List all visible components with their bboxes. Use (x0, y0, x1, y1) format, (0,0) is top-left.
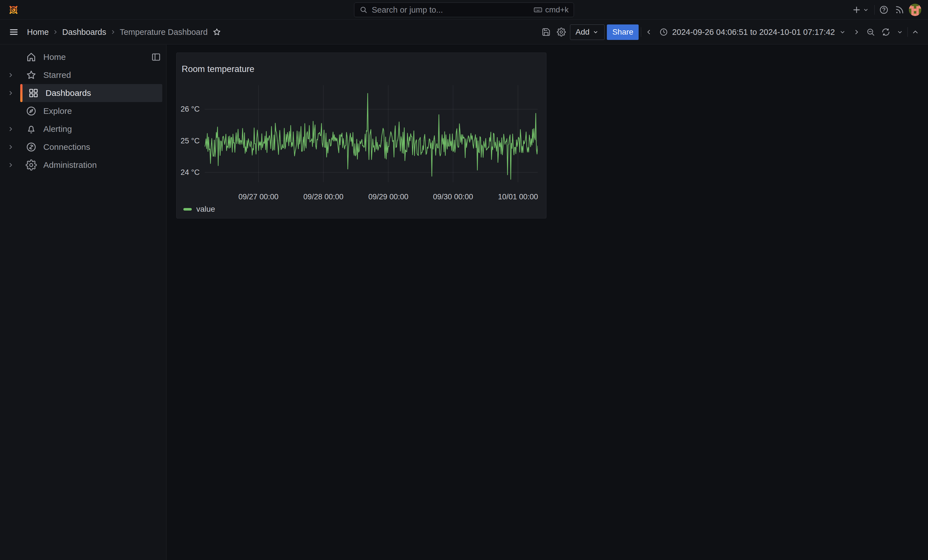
sidebar-item-label: Connections (43, 142, 90, 152)
favorite-dashboard-button[interactable] (211, 26, 223, 38)
new-menu-button[interactable] (850, 3, 872, 16)
x-tick-label: 09/28 00:00 (304, 192, 343, 201)
sidebar-item-label: Explore (43, 106, 72, 116)
gear-icon (557, 27, 566, 37)
help-button[interactable] (878, 3, 890, 16)
grafana-app: { "app": {"name": "Grafana"}, "topbar": … (0, 0, 928, 560)
clock-icon (659, 27, 668, 37)
sidebar-item-alerting[interactable]: Alerting (0, 120, 166, 138)
star-icon (25, 69, 37, 81)
topbar-divider (874, 5, 875, 15)
chevron-down-icon (896, 28, 904, 36)
share-button-label: Share (612, 27, 633, 37)
sidebar-item-connections-target[interactable]: Connections (20, 138, 162, 156)
chevron-down-icon (839, 28, 846, 36)
expand-administration-button[interactable] (5, 156, 16, 174)
sidebar-item-alerting-target[interactable]: Alerting (20, 120, 162, 138)
breadcrumb-current: Temperature Dashboard (120, 27, 208, 37)
chevron-up-icon (911, 28, 920, 36)
panel-title[interactable]: Room temperature (182, 64, 254, 74)
dashboard-settings-button[interactable] (555, 26, 568, 38)
breadcrumb: Home Dashboards Temperature Dashboard (27, 27, 208, 37)
sidebar-item-dashboards[interactable]: Dashboards (0, 84, 166, 102)
breadcrumb-separator-icon (110, 29, 116, 35)
sidebar-item-administration[interactable]: Administration (0, 156, 166, 174)
chevron-down-icon (862, 6, 869, 13)
sidebar-item-explore-target[interactable]: Explore (20, 102, 162, 120)
zoom-out-icon (866, 27, 875, 37)
timeseries-chart (205, 85, 538, 182)
news-button[interactable] (893, 3, 906, 16)
breadcrumb-dashboards[interactable]: Dashboards (62, 27, 106, 37)
sidebar-item-home[interactable]: Home (0, 48, 166, 66)
chevron-right-icon (7, 89, 14, 97)
legend-item-value[interactable]: value (183, 204, 215, 214)
help-icon (879, 5, 888, 15)
chevron-right-icon (7, 72, 14, 79)
sidebar-item-label: Dashboards (46, 88, 91, 98)
x-tick-label: 09/29 00:00 (368, 192, 409, 201)
time-range-label: 2024-09-26 04:06:51 to 2024-10-01 07:17:… (672, 27, 835, 37)
search-shortcut: cmd+k (533, 5, 569, 14)
topbar-actions (850, 3, 921, 16)
chevron-right-icon (7, 143, 14, 151)
apps-grid-icon (27, 87, 40, 99)
plot-area[interactable] (205, 85, 538, 182)
breadcrumb-separator-icon (52, 29, 59, 35)
search-input[interactable] (372, 5, 530, 15)
refresh-interval-button[interactable] (894, 26, 905, 38)
sidebar-item-explore[interactable]: Explore (0, 102, 166, 120)
expand-connections-button[interactable] (5, 138, 16, 156)
toolbar-divider (907, 27, 908, 37)
nav-sidebar: Home Starred Dashboards (0, 45, 166, 560)
refresh-icon (881, 27, 890, 37)
global-search[interactable]: cmd+k (354, 3, 574, 17)
sidebar-item-dashboards-target[interactable]: Dashboards (20, 84, 162, 102)
chevron-right-icon (7, 125, 14, 133)
save-dashboard-button[interactable] (540, 26, 553, 38)
search-shortcut-label: cmd+k (545, 5, 569, 14)
refresh-button[interactable] (879, 26, 892, 38)
star-outline-icon (212, 27, 221, 37)
collapse-toolbar-button[interactable] (910, 26, 921, 38)
panel-left-icon (151, 52, 161, 62)
dashboard-canvas: Room temperature 26 °C25 °C24 °C 09/27 0… (167, 45, 928, 560)
grafana-logo-icon[interactable] (8, 4, 19, 15)
hamburger-icon (9, 27, 19, 37)
x-tick-label: 10/01 00:00 (498, 192, 538, 201)
share-button[interactable]: Share (607, 24, 639, 40)
user-avatar[interactable] (909, 4, 921, 16)
gear-icon (25, 159, 37, 171)
plus-icon (852, 5, 861, 15)
toolbar-actions: Add Share 2024-09-26 04:06:51 to 2024-10… (540, 24, 921, 40)
add-button-label: Add (575, 27, 590, 37)
sidebar-item-label: Alerting (43, 124, 72, 134)
sidebar-item-administration-target[interactable]: Administration (20, 156, 162, 174)
open-menu-button[interactable] (7, 26, 20, 38)
topbar: cmd+k (0, 0, 928, 20)
add-panel-button[interactable]: Add (570, 24, 605, 40)
dashboard-toolbar: Home Dashboards Temperature Dashboard Ad… (0, 20, 928, 44)
sidebar-item-connections[interactable]: Connections (0, 138, 166, 156)
sidebar-item-starred-target[interactable]: Starred (20, 66, 162, 84)
x-tick-label: 09/27 00:00 (238, 192, 279, 201)
rss-icon (895, 5, 904, 15)
sidebar-item-starred[interactable]: Starred (0, 66, 166, 84)
panel-room-temperature: Room temperature 26 °C25 °C24 °C 09/27 0… (176, 53, 546, 218)
keyboard-icon (533, 5, 542, 14)
breadcrumb-home[interactable]: Home (27, 27, 49, 37)
time-shift-forward-button[interactable] (851, 26, 862, 38)
expand-dashboards-button[interactable] (5, 84, 16, 102)
chevron-down-icon (592, 29, 599, 35)
time-range-picker[interactable]: 2024-09-26 04:06:51 to 2024-10-01 07:17:… (656, 24, 849, 40)
x-tick-label: 09/30 00:00 (433, 192, 473, 201)
sidebar-item-home-target[interactable]: Home (20, 48, 162, 66)
expand-starred-button[interactable] (5, 66, 16, 84)
zoom-out-time-button[interactable] (864, 26, 877, 38)
legend-label: value (196, 204, 215, 214)
expand-alerting-button[interactable] (5, 120, 16, 138)
home-icon (25, 51, 37, 63)
dock-menu-button[interactable] (150, 51, 162, 63)
chevron-right-icon (853, 28, 861, 36)
time-shift-back-button[interactable] (643, 26, 654, 38)
